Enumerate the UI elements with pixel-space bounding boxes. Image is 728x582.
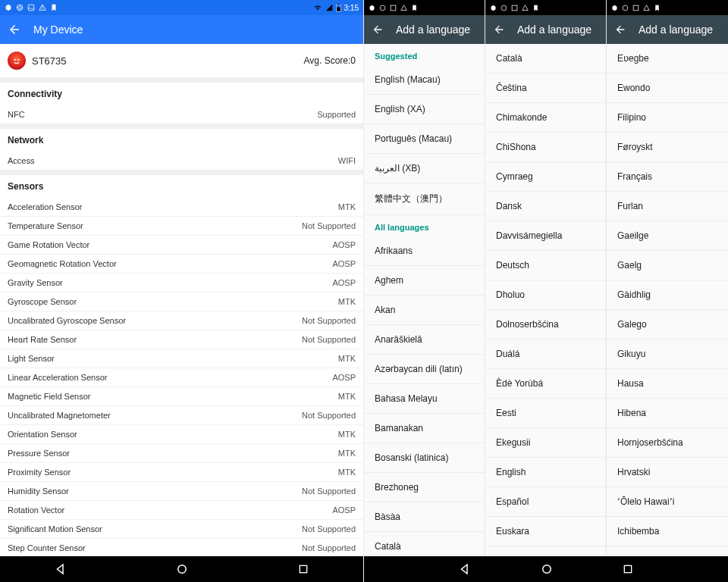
row-key: Gravity Sensor — [8, 278, 63, 287]
language-screen-3: Add a language EʋegbeEwondoFilipinoFøroy… — [607, 0, 728, 582]
language-item[interactable]: Gàidhlig — [607, 280, 728, 310]
language-item[interactable]: Akan — [364, 296, 485, 325]
language-item[interactable]: Chimakonde — [485, 103, 606, 133]
language-item[interactable]: Furlan — [607, 192, 728, 221]
antutu-logo-icon — [8, 52, 26, 70]
language-item[interactable]: Filipino — [607, 103, 728, 133]
back-icon[interactable] — [614, 23, 626, 36]
device-row: Proximity SensorMTK — [0, 463, 363, 482]
language-item[interactable]: Aghem — [364, 266, 485, 296]
language-item[interactable]: 繁體中文（澳門） — [364, 183, 485, 215]
language-list[interactable]: CatalàČeštinaChimakondeChiShonaCymraegDa… — [485, 44, 606, 582]
language-item[interactable]: English — [485, 458, 606, 487]
language-item[interactable]: ʻŌlelo Hawaiʻi — [607, 487, 728, 517]
language-item[interactable]: Español — [485, 487, 606, 517]
language-item[interactable]: Bamanakan — [364, 414, 485, 443]
language-item[interactable]: Euskara — [485, 517, 606, 546]
language-item[interactable]: Eʋegbe — [607, 44, 728, 74]
row-key: Pressure Sensor — [8, 449, 70, 458]
section-network: Network — [0, 129, 363, 152]
hexagon-icon — [490, 5, 497, 11]
language-item[interactable]: English (XA) — [364, 95, 485, 124]
row-value: Not Supported — [302, 487, 356, 496]
nav-home-icon[interactable] — [540, 562, 554, 576]
device-row: Pressure SensorMTK — [0, 444, 363, 463]
language-item[interactable]: Gaelg — [607, 251, 728, 280]
nav-recent-icon[interactable] — [297, 563, 309, 575]
language-item[interactable]: Afrikaans — [364, 236, 485, 266]
language-item[interactable]: Hausa — [607, 369, 728, 399]
language-item[interactable]: Ekegusii — [485, 428, 606, 458]
language-item[interactable]: Azərbaycan dili (latın) — [364, 355, 485, 384]
nav-back-icon[interactable] — [458, 562, 472, 576]
language-item[interactable]: Føroyskt — [607, 133, 728, 162]
device-row: Geomagnetic Rotation VectorAOSP — [0, 255, 363, 274]
language-item[interactable]: Ewondo — [607, 74, 728, 103]
language-item[interactable]: Dansk — [485, 192, 606, 221]
language-item[interactable]: Bàsàa — [364, 502, 485, 532]
nav-back-icon[interactable] — [54, 562, 67, 576]
language-item[interactable]: Hornjoserbšćina — [607, 428, 728, 458]
language-item[interactable]: Français — [607, 162, 728, 192]
row-key: NFC — [8, 110, 25, 119]
avg-score: Avg. Score:0 — [304, 55, 356, 66]
language-item[interactable]: Ichibemba — [607, 517, 728, 546]
language-list[interactable]: Suggested English (Macau)English (XA)Por… — [364, 44, 485, 582]
row-key: Step Counter Sensor — [8, 543, 86, 552]
language-item[interactable]: Anarâškielâ — [364, 325, 485, 355]
back-icon[interactable] — [372, 23, 384, 36]
language-item[interactable]: Català — [485, 44, 606, 74]
row-value: Not Supported — [302, 221, 356, 230]
language-item[interactable]: Brezhoneg — [364, 473, 485, 502]
nav-bar — [0, 556, 363, 582]
language-item[interactable]: Bosanski (latinica) — [364, 443, 485, 473]
row-value: Not Supported — [302, 524, 356, 534]
warning-icon — [39, 4, 46, 11]
language-item[interactable]: Deutsch — [485, 251, 606, 280]
wifi-icon — [313, 4, 322, 11]
back-icon[interactable] — [8, 23, 21, 36]
app-bar-title: Add a language — [396, 23, 470, 36]
nav-recent-icon[interactable] — [622, 563, 634, 575]
language-item[interactable]: Português (Macau) — [364, 124, 485, 154]
svg-point-9 — [380, 5, 385, 11]
device-row: Orientation SensorMTK — [0, 425, 363, 444]
warning-icon — [643, 5, 650, 11]
language-item[interactable]: Galego — [607, 310, 728, 340]
language-item[interactable]: Davvisámegiella — [485, 221, 606, 251]
row-key: Humidity Sensor — [8, 487, 69, 496]
language-item[interactable]: العربية (XB) — [364, 154, 485, 183]
language-item[interactable]: Bahasa Melayu — [364, 384, 485, 414]
language-screen-2: Add a language CatalàČeštinaChimakondeCh… — [485, 0, 607, 582]
row-value: MTK — [338, 354, 356, 363]
row-key: Rotation Vector — [8, 505, 64, 515]
language-item[interactable]: Dholuo — [485, 280, 606, 310]
language-item[interactable]: ChiShona — [485, 133, 606, 162]
aperture-icon — [500, 5, 507, 11]
svg-point-0 — [17, 5, 23, 11]
language-item[interactable]: Hibena — [607, 399, 728, 428]
language-item[interactable]: Eesti — [485, 399, 606, 428]
language-list[interactable]: EʋegbeEwondoFilipinoFøroysktFrançaisFurl… — [607, 44, 728, 582]
app-bar-title: Add a language — [517, 23, 592, 36]
row-key: Light Sensor — [8, 354, 55, 363]
language-item[interactable]: Duálá — [485, 340, 606, 369]
row-key: Linear Acceleration Sensor — [8, 373, 107, 382]
language-item[interactable]: Cymraeg — [485, 162, 606, 192]
row-key: Orientation Sensor — [8, 430, 77, 439]
status-bar — [485, 0, 606, 15]
back-icon[interactable] — [493, 23, 505, 36]
language-item[interactable]: Dolnoserbšćina — [485, 310, 606, 340]
language-item[interactable]: Hrvatski — [607, 458, 728, 487]
aperture-icon — [622, 5, 629, 11]
language-item[interactable]: Gaeilge — [607, 221, 728, 251]
row-value: MTK — [338, 449, 356, 458]
language-item[interactable]: Čeština — [485, 74, 606, 103]
app-bar: Add a language — [607, 15, 728, 44]
nav-home-icon[interactable] — [175, 562, 189, 576]
device-body: ST6735 Avg. Score:0 Connectivity NFCSupp… — [0, 44, 363, 556]
row-key: Acceleration Sensor — [8, 202, 82, 211]
language-item[interactable]: Gikuyu — [607, 340, 728, 369]
language-item[interactable]: Èdè Yorùbá — [485, 369, 606, 399]
language-item[interactable]: English (Macau) — [364, 65, 485, 95]
